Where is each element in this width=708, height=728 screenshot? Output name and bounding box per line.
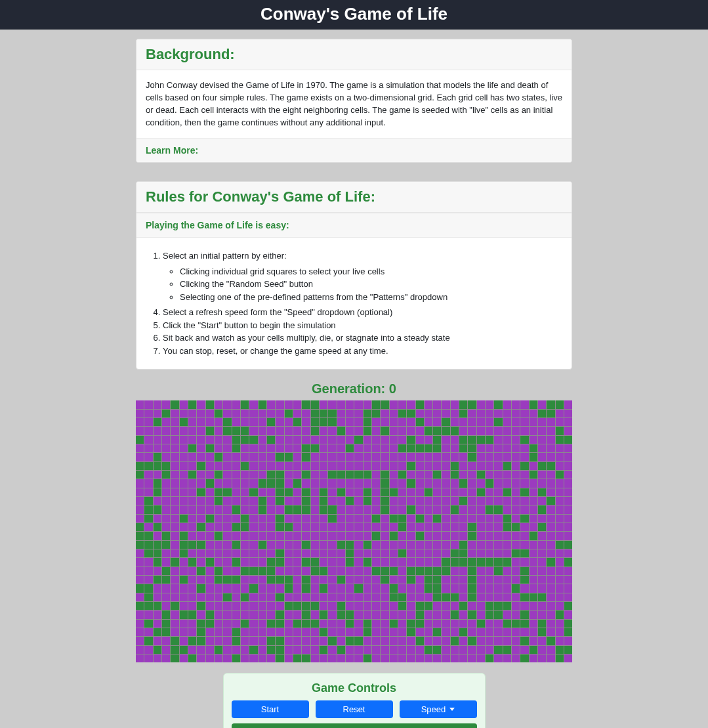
grid-cell[interactable] (293, 427, 301, 435)
grid-cell[interactable] (337, 584, 345, 592)
grid-cell[interactable] (512, 418, 520, 426)
grid-cell[interactable] (442, 549, 449, 557)
grid-cell[interactable] (364, 602, 371, 610)
grid-cell[interactable] (556, 610, 564, 618)
grid-cell[interactable] (162, 410, 170, 418)
grid-cell[interactable] (538, 453, 546, 461)
grid-cell[interactable] (530, 462, 537, 470)
learn-more-link[interactable]: Learn More: (146, 145, 198, 156)
grid-cell[interactable] (390, 549, 398, 557)
grid-cell[interactable] (372, 462, 380, 470)
grid-cell[interactable] (425, 427, 432, 435)
grid-cell[interactable] (346, 628, 354, 636)
grid-cell[interactable] (311, 620, 319, 628)
grid-cell[interactable] (477, 505, 485, 513)
grid-cell[interactable] (180, 497, 188, 505)
grid-cell[interactable] (468, 593, 476, 601)
grid-cell[interactable] (285, 410, 293, 418)
grid-cell[interactable] (259, 654, 266, 662)
grid-cell[interactable] (398, 646, 406, 654)
grid-cell[interactable] (381, 400, 388, 408)
grid-cell[interactable] (293, 549, 301, 557)
grid-cell[interactable] (494, 558, 502, 566)
grid-cell[interactable] (556, 620, 564, 628)
grid-cell[interactable] (302, 488, 310, 496)
grid-cell[interactable] (468, 479, 476, 487)
grid-cell[interactable] (154, 620, 161, 628)
grid-cell[interactable] (425, 549, 432, 557)
grid-cell[interactable] (154, 532, 161, 540)
grid-cell[interactable] (320, 488, 327, 496)
grid-cell[interactable] (494, 549, 502, 557)
grid-cell[interactable] (188, 549, 196, 557)
grid-cell[interactable] (564, 558, 572, 566)
grid-cell[interactable] (215, 488, 222, 496)
grid-cell[interactable] (197, 471, 205, 479)
grid-cell[interactable] (267, 637, 275, 645)
grid-cell[interactable] (171, 479, 178, 487)
grid-cell[interactable] (249, 637, 257, 645)
grid-cell[interactable] (223, 427, 231, 435)
grid-cell[interactable] (494, 523, 502, 531)
grid-cell[interactable] (398, 515, 406, 523)
grid-cell[interactable] (276, 532, 283, 540)
grid-cell[interactable] (136, 488, 144, 496)
grid-cell[interactable] (206, 654, 214, 662)
grid-cell[interactable] (206, 646, 214, 654)
grid-cell[interactable] (215, 549, 222, 557)
grid-cell[interactable] (538, 576, 546, 584)
grid-cell[interactable] (556, 576, 564, 584)
grid-cell[interactable] (433, 497, 441, 505)
grid-cell[interactable] (154, 646, 161, 654)
grid-cell[interactable] (276, 549, 283, 557)
grid-cell[interactable] (276, 654, 283, 662)
grid-cell[interactable] (206, 400, 214, 408)
grid-cell[interactable] (442, 654, 449, 662)
grid-cell[interactable] (503, 567, 511, 575)
grid-cell[interactable] (328, 654, 336, 662)
grid-cell[interactable] (512, 479, 520, 487)
grid-cell[interactable] (162, 444, 170, 452)
grid-cell[interactable] (320, 541, 327, 549)
grid-cell[interactable] (451, 637, 459, 645)
grid-cell[interactable] (556, 462, 564, 470)
grid-cell[interactable] (398, 427, 406, 435)
grid-cell[interactable] (241, 620, 249, 628)
grid-cell[interactable] (381, 593, 388, 601)
grid-cell[interactable] (144, 488, 152, 496)
game-grid[interactable] (136, 400, 572, 662)
grid-cell[interactable] (232, 541, 240, 549)
grid-cell[interactable] (398, 462, 406, 470)
grid-cell[interactable] (407, 436, 415, 444)
grid-cell[interactable] (232, 628, 240, 636)
grid-cell[interactable] (556, 532, 564, 540)
grid-cell[interactable] (538, 488, 546, 496)
grid-cell[interactable] (468, 628, 476, 636)
grid-cell[interactable] (468, 418, 476, 426)
grid-cell[interactable] (249, 523, 257, 531)
grid-cell[interactable] (390, 602, 398, 610)
grid-cell[interactable] (171, 602, 178, 610)
grid-cell[interactable] (416, 532, 424, 540)
grid-cell[interactable] (232, 453, 240, 461)
grid-cell[interactable] (328, 523, 336, 531)
grid-cell[interactable] (407, 505, 415, 513)
grid-cell[interactable] (241, 654, 249, 662)
grid-cell[interactable] (302, 497, 310, 505)
grid-cell[interactable] (416, 576, 424, 584)
grid-cell[interactable] (425, 418, 432, 426)
grid-cell[interactable] (486, 436, 493, 444)
grid-cell[interactable] (328, 646, 336, 654)
grid-cell[interactable] (180, 471, 188, 479)
grid-cell[interactable] (381, 488, 388, 496)
grid-cell[interactable] (381, 541, 388, 549)
grid-cell[interactable] (564, 471, 572, 479)
grid-cell[interactable] (390, 444, 398, 452)
grid-cell[interactable] (381, 610, 388, 618)
grid-cell[interactable] (232, 549, 240, 557)
grid-cell[interactable] (416, 488, 424, 496)
grid-cell[interactable] (337, 637, 345, 645)
grid-cell[interactable] (206, 532, 214, 540)
grid-cell[interactable] (249, 471, 257, 479)
grid-cell[interactable] (215, 628, 222, 636)
